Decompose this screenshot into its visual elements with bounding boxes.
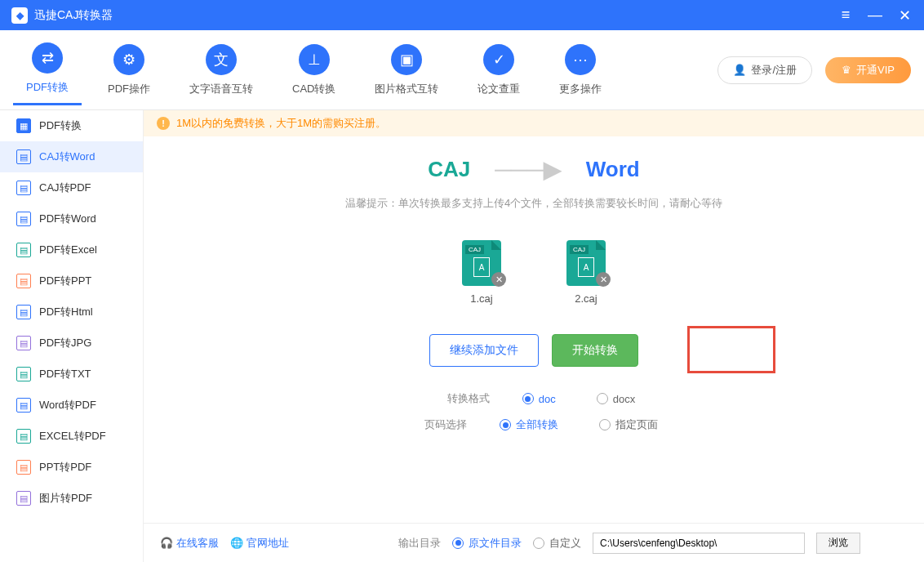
start-convert-button[interactable]: 开始转换 [552, 334, 638, 367]
pages-label: 页码选择 [410, 417, 467, 432]
tab-label: PDF操作 [108, 82, 150, 96]
file-type-icon: ▤ [16, 429, 31, 444]
swap-icon: ⇄ [32, 42, 63, 74]
sidebar-item-label: PPT转PDF [39, 460, 91, 475]
user-icon: 👤 [733, 64, 746, 76]
radio-orig-dir[interactable]: 原文件目录 [452, 536, 522, 551]
sidebar-item-8[interactable]: ▤Word转PDF [0, 390, 143, 421]
more-icon: ⋯ [565, 44, 596, 75]
file-type-icon: ▤ [16, 491, 31, 506]
radio-doc[interactable]: doc [522, 393, 556, 405]
sidebar-item-label: CAJ转Word [39, 149, 95, 164]
browse-button[interactable]: 浏览 [816, 533, 860, 554]
format-label: 转换格式 [433, 391, 490, 406]
sidebar-item-label: PDF转Html [39, 305, 93, 319]
sidebar-item-label: PDF转JPG [39, 336, 91, 350]
customer-service-link[interactable]: 🎧在线客服 [160, 536, 219, 551]
sidebar-item-label: PDF转Word [39, 212, 96, 226]
sidebar-item-4[interactable]: ▤PDF转PPT [0, 265, 143, 297]
tip-text: 温馨提示：单次转换最多支持上传4个文件，全部转换需要较长时间，请耐心等待 [176, 196, 891, 211]
tab-label: 文字语音互转 [189, 82, 253, 96]
sidebar-item-1[interactable]: ▤CAJ转PDF [0, 172, 143, 203]
arrow-right-icon: ───▶ [495, 156, 562, 183]
notice-text: 1M以内的免费转换，大于1M的需购买注册。 [176, 116, 386, 131]
file-type-icon: ▤ [16, 336, 31, 350]
file-name: 1.caj [470, 292, 492, 305]
tab-pdf-convert[interactable]: ⇄ PDF转换 [13, 34, 82, 105]
vip-button[interactable]: ♛ 开通VIP [825, 57, 911, 83]
remove-file-button[interactable]: ✕ [491, 272, 506, 287]
sidebar-item-label: PDF转PPT [39, 274, 91, 288]
notice-bar: ! 1M以内的免费转换，大于1M的需购买注册。 [144, 110, 924, 136]
sidebar-item-label: PDF转TXT [39, 367, 91, 381]
sidebar-item-label: CAJ转PDF [39, 181, 91, 195]
sidebar-item-label: EXCEL转PDF [39, 429, 106, 444]
radio-custom-dir[interactable]: 自定义 [533, 536, 581, 551]
sidebar-item-3[interactable]: ▤PDF转Excel [0, 234, 143, 265]
radio-custom-pages[interactable]: 指定页面 [599, 417, 658, 432]
tab-pdf-operate[interactable]: ⚙ PDF操作 [95, 36, 163, 105]
app-logo-icon: ◆ [11, 7, 28, 24]
official-site-link[interactable]: 🌐官网地址 [230, 536, 289, 551]
headset-icon: 🎧 [160, 537, 173, 549]
tab-image-convert[interactable]: ▣ 图片格式互转 [362, 36, 451, 105]
sidebar-item-7[interactable]: ▤PDF转TXT [0, 359, 143, 390]
convert-from: CAJ [428, 157, 470, 182]
radio-all-pages[interactable]: 全部转换 [500, 417, 558, 432]
file-type-icon: ▤ [16, 367, 31, 381]
menu-icon[interactable]: ≡ [837, 7, 854, 24]
add-files-button[interactable]: 继续添加文件 [429, 334, 539, 367]
file-item-0: CAJA✕1.caj [462, 240, 501, 305]
tab-more[interactable]: ⋯ 更多操作 [546, 36, 615, 105]
tab-text-audio[interactable]: 文 文字语音互转 [176, 36, 266, 105]
file-type-icon: ▤ [16, 149, 31, 164]
text-icon: 文 [206, 44, 237, 75]
tab-label: 更多操作 [559, 82, 602, 96]
file-type-icon: ▤ [16, 274, 31, 288]
sidebar-item-5[interactable]: ▤PDF转Html [0, 297, 143, 328]
output-dir-label: 输出目录 [398, 536, 441, 551]
tab-label: CAD转换 [292, 82, 335, 96]
close-button[interactable]: ✕ [896, 7, 913, 24]
sidebar-item-2[interactable]: ▤PDF转Word [0, 203, 143, 234]
sidebar-item-label: 图片转PDF [39, 491, 92, 506]
tab-label: 图片格式互转 [375, 82, 438, 96]
grid-icon: ▦ [16, 118, 31, 133]
file-type-icon: ▤ [16, 243, 31, 257]
gear-icon: ⚙ [113, 44, 144, 75]
sidebar-item-6[interactable]: ▤PDF转JPG [0, 328, 143, 359]
crown-icon: ♛ [842, 64, 851, 76]
file-type-icon: ▤ [16, 181, 31, 195]
file-type-icon: ▤ [16, 398, 31, 413]
app-title: 迅捷CAJ转换器 [34, 8, 113, 23]
sidebar-header[interactable]: ▦ PDF转换 [0, 110, 143, 141]
remove-file-button[interactable]: ✕ [596, 272, 611, 287]
file-type-icon: ▤ [16, 305, 31, 319]
radio-docx[interactable]: docx [597, 393, 635, 405]
tab-cad-convert[interactable]: ⊥ CAD转换 [279, 36, 349, 105]
sidebar-item-9[interactable]: ▤EXCEL转PDF [0, 421, 143, 452]
sidebar-item-10[interactable]: ▤PPT转PDF [0, 452, 143, 483]
check-icon: ✓ [483, 44, 514, 75]
cad-icon: ⊥ [299, 44, 330, 75]
convert-to: Word [586, 157, 640, 182]
tab-label: PDF转换 [26, 80, 69, 95]
file-item-1: CAJA✕2.caj [566, 240, 606, 305]
minimize-button[interactable]: — [867, 7, 883, 24]
sidebar-item-label: PDF转Excel [39, 243, 97, 257]
sidebar-item-0[interactable]: ▤CAJ转Word [0, 141, 143, 172]
image-icon: ▣ [391, 44, 422, 75]
globe-icon: 🌐 [230, 537, 243, 549]
info-icon: ! [157, 117, 170, 130]
output-path-input[interactable] [593, 533, 805, 554]
file-name: 2.caj [575, 292, 597, 305]
sidebar-item-11[interactable]: ▤图片转PDF [0, 483, 143, 514]
tab-thesis-check[interactable]: ✓ 论文查重 [464, 36, 533, 105]
file-type-icon: ▤ [16, 212, 31, 226]
login-button[interactable]: 👤 登录/注册 [717, 56, 812, 84]
sidebar-item-label: Word转PDF [39, 398, 96, 413]
file-type-icon: ▤ [16, 460, 31, 475]
tab-label: 论文查重 [478, 82, 520, 96]
